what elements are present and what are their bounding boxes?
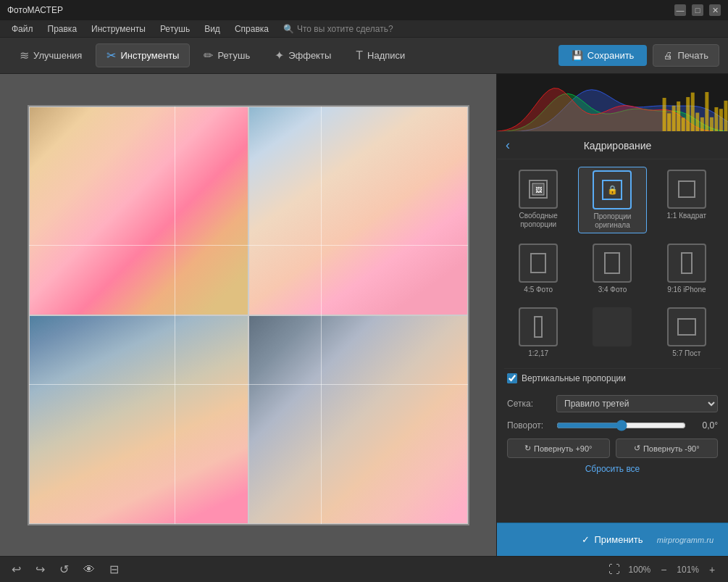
apply-bar: ✓ Применить mirprogramm.ru <box>497 523 728 556</box>
photo-row-2 <box>29 315 468 524</box>
crop-4x5-label: 4:5 Фото <box>524 286 553 294</box>
reset-row: Сбросить все <box>504 461 721 477</box>
menu-tools[interactable]: Инструменты <box>85 22 151 36</box>
5x7-svg <box>676 316 698 338</box>
svg-rect-7 <box>605 253 619 273</box>
svg-rect-10 <box>678 319 695 335</box>
tab-captions-label: Надписи <box>367 50 405 61</box>
crop-3x4[interactable]: 3:4 Фото <box>578 241 646 297</box>
menu-edit[interactable]: Правка <box>42 22 83 36</box>
fullscreen-button[interactable]: ⛶ <box>606 562 623 578</box>
zoom-in-button[interactable]: + <box>705 562 719 577</box>
vertical-proportions-row: Вертикальные пропорции <box>504 368 721 388</box>
reset-button[interactable]: ↺ <box>57 561 72 578</box>
menu-file[interactable]: Файл <box>6 22 39 36</box>
apply-icon: ✓ <box>582 534 590 545</box>
titlebar: ФотоМАСТЕР — □ ✕ <box>0 0 728 20</box>
tab-effects-label: Эффекты <box>288 50 331 61</box>
search-placeholder: Что вы хотите сделать? <box>297 24 393 34</box>
tab-retouch-label: Ретушь <box>217 50 250 61</box>
vertical-proportions-checkbox[interactable] <box>507 373 517 383</box>
crop-3x4-label: 3:4 Фото <box>598 286 627 294</box>
minimize-button[interactable]: — <box>674 4 686 16</box>
rotation-slider[interactable] <box>556 420 686 431</box>
zoom-current-label: 101% <box>677 565 699 575</box>
svg-rect-6 <box>531 254 545 273</box>
zoom-100-label: 100% <box>629 565 651 575</box>
back-button[interactable]: ‹ <box>506 138 510 153</box>
save-icon: 💾 <box>572 50 583 61</box>
crop-original[interactable]: 🔒 Пропорцииоригинала <box>578 167 646 233</box>
menu-view[interactable]: Вид <box>198 22 226 36</box>
svg-rect-5 <box>679 181 695 197</box>
photo-cell-4 <box>248 315 468 524</box>
svg-rect-8 <box>682 253 692 273</box>
undo-button[interactable]: ↩ <box>9 561 24 578</box>
square-svg <box>676 178 698 200</box>
menu-help[interactable]: Справка <box>229 22 275 36</box>
print-icon: 🖨 <box>664 50 673 61</box>
rotate-cw-button[interactable]: ↻ Повернуть +90° <box>507 438 610 458</box>
main-area: ‹ Кадрирование 🖼 Свободныепропорции <box>0 74 728 556</box>
rotate-cw-icon: ↻ <box>524 444 531 453</box>
tab-improve[interactable]: ≋ Улучшения <box>9 43 93 67</box>
tab-captions[interactable]: T Надписи <box>345 44 416 67</box>
retouch-icon: ✏ <box>204 49 213 62</box>
menu-retouch[interactable]: Ретушь <box>154 22 196 36</box>
crop-row-2: 4:5 Фото 3:4 Фото <box>504 241 721 297</box>
vertical-proportions-label: Вертикальные пропорции <box>522 373 626 383</box>
histogram-canvas <box>497 74 728 132</box>
grid-setting-row: Сетка: Правило третей Сетка Нет <box>504 392 721 415</box>
crop-5x7[interactable]: 5:7 Пост <box>653 304 721 361</box>
crop-5x7-icon <box>667 307 706 346</box>
crop-9x16[interactable]: 9:16 iPhone <box>653 241 721 297</box>
crop-3x4-icon <box>593 244 632 283</box>
crop-original-icon: 🔒 <box>593 170 632 209</box>
tab-retouch[interactable]: ✏ Ретушь <box>193 43 261 67</box>
panel-header: ‹ Кадрирование <box>497 132 728 159</box>
4x5-svg <box>527 252 549 274</box>
close-button[interactable]: ✕ <box>709 4 721 16</box>
eye-button[interactable]: 👁 <box>80 562 98 578</box>
crop-1x217[interactable]: 1:2,17 <box>504 304 572 361</box>
watermark: mirprogramm.ru <box>657 536 714 544</box>
grid-select[interactable]: Правило третей Сетка Нет <box>556 395 718 412</box>
crop-empty <box>578 304 646 361</box>
compare-button[interactable]: ⊟ <box>106 561 122 578</box>
crop-4x5-icon <box>519 244 558 283</box>
print-button[interactable]: 🖨 Печать <box>653 44 719 67</box>
maximize-button[interactable]: □ <box>692 4 703 16</box>
save-button[interactable]: 💾 Сохранить <box>558 45 648 66</box>
app-title: ФотоМАСТЕР <box>7 5 63 15</box>
tab-effects[interactable]: ✦ Эффекты <box>264 43 342 67</box>
reset-link[interactable]: Сбросить все <box>585 464 640 474</box>
tab-tools[interactable]: ✂ Инструменты <box>96 43 190 67</box>
tab-tools-label: Инструменты <box>120 50 179 61</box>
redo-button[interactable]: ↪ <box>33 561 48 578</box>
zoom-out-button[interactable]: − <box>656 562 671 577</box>
improve-icon: ≋ <box>20 49 29 62</box>
crop-4x5[interactable]: 4:5 Фото <box>504 241 572 297</box>
crop-9x16-icon <box>667 244 706 283</box>
crop-9x16-label: 9:16 iPhone <box>667 286 706 294</box>
crop-square[interactable]: 1:1 Квадрат <box>653 167 721 233</box>
canvas-area <box>0 74 496 556</box>
crop-free[interactable]: 🖼 Свободныепропорции <box>504 167 572 233</box>
crop-free-icon: 🖼 <box>519 170 558 209</box>
svg-rect-9 <box>535 317 542 337</box>
tools-icon: ✂ <box>106 49 116 62</box>
photo-cell-2 <box>248 107 468 315</box>
search-icon: 🔍 <box>283 24 294 34</box>
grid-label: Сетка: <box>507 399 551 409</box>
histogram <box>497 74 728 132</box>
tab-improve-label: Улучшения <box>33 50 82 61</box>
3x4-svg <box>601 252 623 274</box>
rotation-row: Поворот: 0,0° <box>504 415 721 436</box>
toolbar-right: 💾 Сохранить 🖨 Печать <box>558 44 719 67</box>
crop-square-icon <box>667 170 706 209</box>
photo-grid <box>28 105 469 525</box>
1x217-svg <box>527 316 549 338</box>
rotate-ccw-button[interactable]: ↺ Повернуть -90° <box>616 438 719 458</box>
svg-text:🖼: 🖼 <box>535 186 542 194</box>
crop-row-3: 1:2,17 5:7 Пост <box>504 304 721 361</box>
